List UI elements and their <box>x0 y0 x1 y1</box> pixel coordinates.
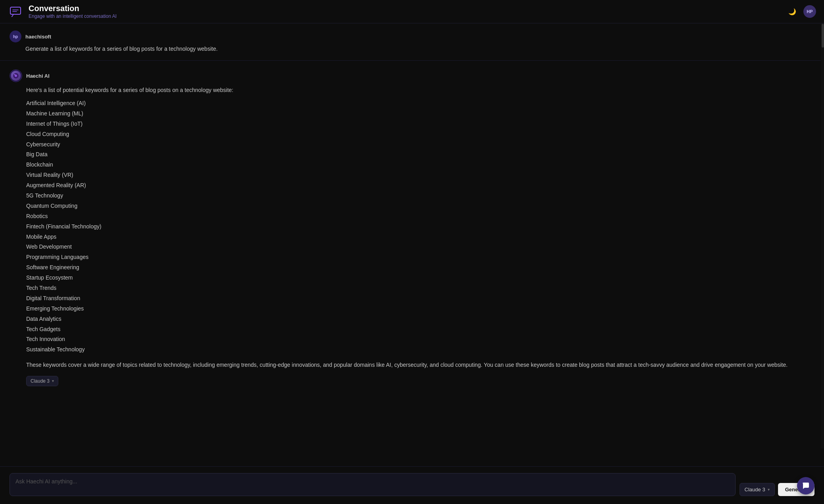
user-avatar-button[interactable]: HP <box>803 5 816 18</box>
ai-name: Haechi AI <box>26 73 50 79</box>
list-item: Artificial Intelligence (AI) <box>26 98 814 109</box>
scrollbar-track[interactable] <box>821 24 824 448</box>
user-header: hp haechisoft <box>10 31 814 42</box>
list-item: Emerging Technologies <box>26 304 814 314</box>
topbar-subtitle: Engage with an intelligent conversation … <box>29 13 117 19</box>
list-item: Digital Transformation <box>26 293 814 304</box>
ai-avatar <box>10 69 22 82</box>
list-item: Cybersecurity <box>26 140 814 150</box>
topbar-right: 🌙 HP <box>787 5 816 18</box>
list-item: Sustainable Technology <box>26 345 814 355</box>
input-area: Claude 3 ▾ Generate <box>0 466 824 504</box>
list-item: Quantum Computing <box>26 201 814 211</box>
user-message-block: hp haechisoft Generate a list of keyword… <box>0 23 824 61</box>
ai-closing-text: These keywords cover a wide range of top… <box>26 360 814 369</box>
list-item: Software Engineering <box>26 263 814 273</box>
list-item: Fintech (Financial Technology) <box>26 222 814 232</box>
model-badge[interactable]: Claude 3 ▾ <box>26 376 58 386</box>
chat-icon <box>10 6 21 17</box>
svg-point-5 <box>14 74 15 75</box>
user-message-text: Generate a list of keywords for a series… <box>10 45 814 53</box>
list-item: Web Development <box>26 242 814 252</box>
main-content: hp haechisoft Generate a list of keyword… <box>0 23 824 504</box>
ai-header: Haechi AI <box>10 69 814 82</box>
chat-icon-wrapper <box>8 4 23 19</box>
user-name: haechisoft <box>25 34 51 40</box>
list-item: Startup Ecosystem <box>26 273 814 283</box>
model-select-label: Claude 3 <box>745 487 765 493</box>
float-chat-icon <box>802 482 810 490</box>
topbar-title-block: Conversation Engage with an intelligent … <box>29 4 117 19</box>
topbar-left: Conversation Engage with an intelligent … <box>8 4 117 19</box>
model-badge-chevron-icon: ▾ <box>52 379 54 383</box>
topbar: Conversation Engage with an intelligent … <box>0 0 824 23</box>
float-chat-button[interactable] <box>797 477 814 494</box>
list-item: Tech Gadgets <box>26 324 814 335</box>
list-item: 5G Technology <box>26 191 814 201</box>
list-item: Mobile Apps <box>26 232 814 242</box>
ai-content: Here's a list of potential keywords for … <box>10 86 814 386</box>
input-row: Claude 3 ▾ Generate <box>10 473 814 496</box>
avatar: hp <box>10 31 21 42</box>
list-item: Tech Trends <box>26 283 814 293</box>
chat-input[interactable] <box>10 473 736 496</box>
model-badge-label: Claude 3 <box>31 378 50 384</box>
list-item: Virtual Reality (VR) <box>26 170 814 180</box>
list-item: Cloud Computing <box>26 129 814 140</box>
list-item: Blockchain <box>26 160 814 170</box>
theme-toggle-button[interactable]: 🌙 <box>787 6 798 17</box>
model-select-dropdown[interactable]: Claude 3 ▾ <box>740 483 775 496</box>
model-select-chevron-icon: ▾ <box>768 487 770 492</box>
topbar-title: Conversation <box>29 4 117 13</box>
scrollbar-thumb[interactable] <box>822 24 824 48</box>
list-item: Big Data <box>26 149 814 160</box>
svg-rect-0 <box>10 7 21 14</box>
ai-message-block: Haechi AI Here's a list of potential key… <box>0 61 824 395</box>
keywords-list: Artificial Intelligence (AI)Machine Lear… <box>26 98 814 355</box>
list-item: Internet of Things (IoT) <box>26 119 814 129</box>
ai-intro-text: Here's a list of potential keywords for … <box>26 86 814 94</box>
ai-avatar-inner <box>11 71 21 81</box>
list-item: Robotics <box>26 211 814 222</box>
list-item: Programming Languages <box>26 252 814 263</box>
list-item: Tech Innovation <box>26 334 814 345</box>
list-item: Data Analytics <box>26 314 814 324</box>
list-item: Machine Learning (ML) <box>26 109 814 119</box>
list-item: Augmented Reality (AR) <box>26 180 814 191</box>
